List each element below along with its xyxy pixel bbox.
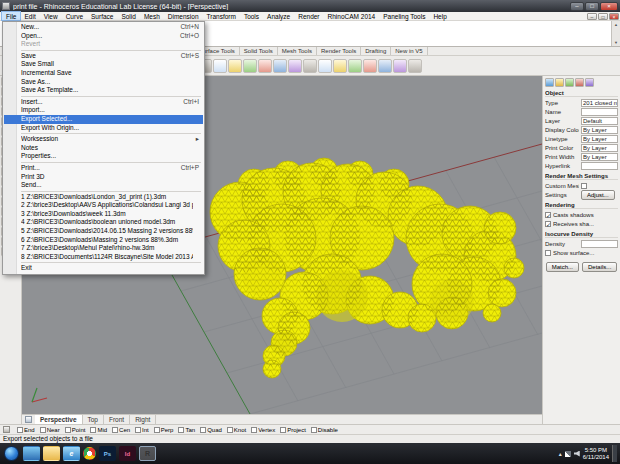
file-menu-item-notes[interactable]: Notes [4,144,203,153]
photoshop-icon[interactable]: Ps [99,446,116,461]
file-menu-item-export-with-origin[interactable]: Export With Origin... [4,124,203,133]
file-menu-item-4-z-brice3-downloads-boolean-unioned-model-3dm[interactable]: 4 Z:\BRICE3\Downloads\boolean unioned mo… [4,218,203,227]
move-icon[interactable] [228,59,242,73]
osnap-checkbox-end[interactable] [17,427,23,433]
file-menu-item-save-as[interactable]: Save As... [4,78,203,87]
property-value-linetype[interactable]: By Layer [581,135,618,143]
file-menu-item-8-z-brice3-documents-1124r-biscayne-site-model-2013-a1-site-model-3dm[interactable]: 8 Z:\BRICE3\Documents\1124R Biscayne\Sit… [4,253,203,262]
osnap-checkbox-int[interactable] [135,427,141,433]
maximize-button[interactable]: □ [585,2,599,11]
osnap-checkbox-project[interactable] [280,427,286,433]
osnap-checkbox-vertex[interactable] [251,427,257,433]
menu-analyze[interactable]: Analyze [263,12,294,20]
file-menu-item-save[interactable]: SaveCtrl+S [4,52,203,61]
file-menu-item-revert[interactable]: Revert [4,40,203,49]
volume-icon[interactable] [574,451,580,457]
density-input[interactable] [581,240,618,248]
osnap-cen[interactable]: Cen [112,427,130,433]
render-tab-icon[interactable] [575,78,584,87]
osnap-int[interactable]: Int [135,427,149,433]
explode-icon[interactable] [318,59,332,73]
file-menu-item-worksession[interactable]: Worksession▸ [4,135,203,144]
menu-dimension[interactable]: Dimension [164,12,203,20]
file-menu-item-import[interactable]: Import... [4,106,203,115]
trim-icon[interactable] [333,59,347,73]
file-menu-item-export-selected[interactable]: Export Selected... [4,115,203,124]
windows-media-icon[interactable] [23,446,40,461]
file-menu-item-5-z-brice3-downloads-2014-06-15-massing-2-versions-88-3dm[interactable]: 5 Z:\BRICE3\Downloads\2014.06.15 Massing… [4,227,203,236]
file-menu-item-save-as-template[interactable]: Save As Template... [4,86,203,95]
osnap-tan[interactable]: Tan [178,427,195,433]
file-menu-item-open[interactable]: Open...Ctrl+O [4,32,203,41]
property-value-print-width[interactable]: By Layer [581,153,618,161]
property-value-layer[interactable]: Default [581,117,618,125]
menu-tools[interactable]: Tools [240,12,263,20]
file-menu-item-properties[interactable]: Properties... [4,152,203,161]
rhino-icon[interactable]: R [139,446,156,461]
property-value-print-color[interactable]: By Layer [581,144,618,152]
help-tab-icon[interactable] [585,78,594,87]
scroll-up-icon[interactable]: ▲ [614,22,618,27]
menu-view[interactable]: View [40,12,62,20]
osnap-checkbox-knot[interactable] [227,427,233,433]
fillet-icon[interactable] [363,59,377,73]
osnap-checkbox-point[interactable] [65,427,71,433]
file-menu-item-exit[interactable]: Exit [4,264,203,273]
indesign-icon[interactable]: Id [119,446,136,461]
file-menu-item-2-z-brice3-desktop-aavs-applications-colandsui-langi-3d-printing-3dm[interactable]: 2 Z:\brice3\Desktop\AAVS Applications\Co… [4,201,203,210]
receives-shadows-checkbox[interactable] [545,221,551,227]
taskbar-clock[interactable]: 5:50 PM 6/11/2014 [583,447,609,461]
menu-paneling-tools[interactable]: Paneling Tools [379,12,429,20]
split-icon[interactable] [348,59,362,73]
command-scrollbar[interactable]: ▲ ▼ [611,21,620,46]
close-button[interactable]: × [600,2,618,11]
osnap-checkbox-cen[interactable] [112,427,118,433]
start-button[interactable] [4,446,19,461]
osnap-checkbox-quad[interactable] [200,427,206,433]
file-menu-item-insert[interactable]: Insert...Ctrl+I [4,98,203,107]
network-icon[interactable] [565,451,571,457]
property-value-hyperlink[interactable] [581,162,618,170]
toolbar-tab-render-tools[interactable]: Render Tools [317,47,361,55]
osnap-vertex[interactable]: Vertex [251,427,275,433]
property-value-display-color[interactable]: By Layer [581,126,618,134]
child-maximize-button[interactable]: □ [598,13,608,20]
viewport-tab-right[interactable]: Right [130,415,156,424]
menu-mesh[interactable]: Mesh [140,12,164,20]
menu-rhinocam-2014[interactable]: RhinoCAM 2014 [324,12,380,20]
osnap-mid[interactable]: Mid [90,427,107,433]
viewport-grid-icon[interactable] [25,416,32,423]
explorer-folder-icon[interactable] [43,446,60,461]
adjust-button[interactable]: Adjust... [581,190,615,200]
file-menu-item-3-z-brice3-downloads-week-11-3dm[interactable]: 3 Z:\brice3\Downloads\week 11.3dm [4,210,203,219]
file-menu-item-7-z-brice3-desktop-mehul-patel-rhino-hw-3dm[interactable]: 7 Z:\brice3\Desktop\Mehul Patel\rhino-hw… [4,244,203,253]
tray-expand-icon[interactable]: ▴ [559,449,562,459]
show-surface-checkbox[interactable] [545,250,551,256]
osnap-checkbox-perp[interactable] [154,427,160,433]
join-icon[interactable] [303,59,317,73]
osnap-checkbox-disable[interactable] [311,427,317,433]
copy-object-icon[interactable] [243,59,257,73]
file-menu-item-new[interactable]: New...Ctrl+N [4,23,203,32]
file-menu-item-print-3d[interactable]: Print 3D [4,173,203,182]
child-close-button[interactable]: × [609,13,619,20]
file-menu-item-save-small[interactable]: Save Small [4,60,203,69]
toolbar-tab-solid-tools[interactable]: Solid Tools [240,47,278,55]
osnap-point[interactable]: Point [65,427,86,433]
osnap-near[interactable]: Near [40,427,60,433]
menu-help[interactable]: Help [429,12,450,20]
custom-mesh-checkbox[interactable] [581,183,587,189]
osnap-checkbox-near[interactable] [40,427,46,433]
match-button[interactable]: Match... [546,262,579,272]
osnap-magnet-icon[interactable] [3,426,10,433]
rotate-icon[interactable] [258,59,272,73]
display-tab-icon[interactable] [565,78,574,87]
toolbar-tab-new-in-v5[interactable]: New in V5 [391,47,427,55]
internet-explorer-icon[interactable]: e [63,446,80,461]
shade-icon[interactable] [213,59,227,73]
menu-surface[interactable]: Surface [87,12,117,20]
layers-icon[interactable] [408,59,422,73]
osnap-project[interactable]: Project [280,427,306,433]
child-minimize-button[interactable]: – [587,13,597,20]
minimize-button[interactable]: – [570,2,584,11]
